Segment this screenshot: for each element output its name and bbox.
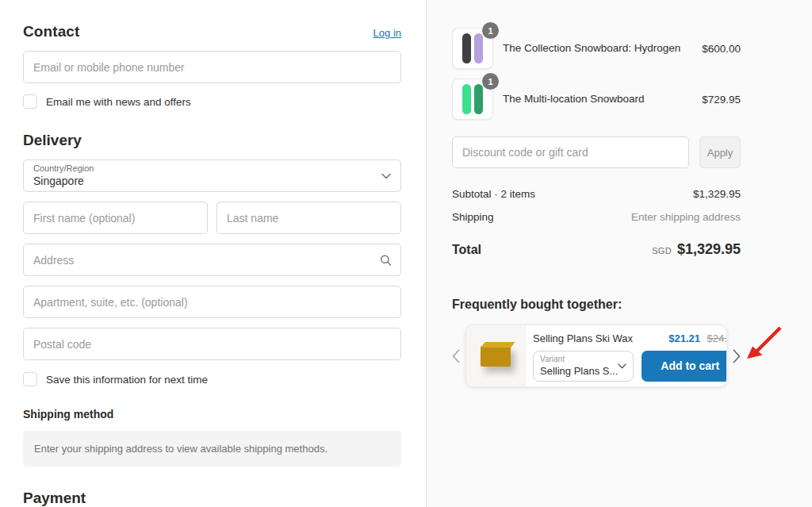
checkout-form-pane: Contact Log in Email me with news and of… xyxy=(0,0,427,507)
order-summary-pane: 1 The Collection Snowboard: Hydrogen $60… xyxy=(427,0,812,507)
variant-select[interactable]: Variant Selling Plans S... xyxy=(533,351,634,382)
subtotal-label: Subtotal · 2 items xyxy=(452,188,535,200)
shipping-method-heading: Shipping method xyxy=(23,408,401,421)
variant-select-label: Variant xyxy=(540,355,618,365)
total-value: $1,329.95 xyxy=(677,241,741,258)
fbt-product-card: Selling Plans Ski Wax $21.21 $24.95 Vari… xyxy=(465,325,727,387)
chevron-right-icon xyxy=(733,349,741,363)
apply-discount-button[interactable]: Apply xyxy=(699,136,741,168)
carousel-next-button[interactable] xyxy=(733,349,741,363)
product-price: $729.95 xyxy=(702,94,741,106)
currency-code: SGD xyxy=(652,246,672,255)
subtotal-value: $1,329.95 xyxy=(693,188,741,200)
save-info-row: Save this information for next time xyxy=(23,372,401,386)
save-info-checkbox[interactable] xyxy=(23,372,37,386)
contact-header: Contact Log in xyxy=(23,23,401,40)
discount-code-input[interactable] xyxy=(452,136,689,168)
chevron-down-icon xyxy=(618,363,626,369)
total-label: Total xyxy=(452,243,481,257)
apartment-field-wrap xyxy=(23,286,401,318)
login-link[interactable]: Log in xyxy=(373,27,401,39)
snowboard-dark-graphic xyxy=(462,33,471,63)
country-select-label: Country/Region xyxy=(33,163,94,175)
variant-select-value: Selling Plans S... xyxy=(540,365,618,378)
checkout-page: Contact Log in Email me with news and of… xyxy=(0,0,812,507)
frequently-bought-together: Frequently bought together: Selling Plan… xyxy=(452,298,741,387)
country-select[interactable]: Country/Region Singapore xyxy=(23,159,401,192)
shipping-value: Enter shipping address xyxy=(631,211,741,223)
delivery-heading: Delivery xyxy=(23,132,401,149)
shipping-method-notice: Enter your shipping address to view avai… xyxy=(23,431,401,467)
save-info-label: Save this information for next time xyxy=(46,374,208,386)
news-offers-row: Email me with news and offers xyxy=(23,94,401,109)
product-price: $600.00 xyxy=(702,43,741,55)
snowboard-purple-graphic xyxy=(474,33,483,63)
address-field[interactable] xyxy=(23,244,401,276)
fbt-carousel: Selling Plans Ski Wax $21.21 $24.95 Vari… xyxy=(452,325,741,387)
fbt-product-name: Selling Plans Ski Wax xyxy=(533,332,633,344)
product-name: The Collection Snowboard: Hydrogen xyxy=(493,41,702,56)
search-icon xyxy=(380,254,392,266)
quantity-badge: 1 xyxy=(482,73,499,90)
postal-code-field-wrap xyxy=(23,328,401,360)
address-field-wrap xyxy=(23,244,401,276)
snowboard-mint-graphic xyxy=(462,84,471,114)
product-thumbnail-multilocation: 1 xyxy=(452,79,493,120)
cart-item: 1 The Collection Snowboard: Hydrogen $60… xyxy=(452,28,741,69)
cart-item: 1 The Multi-location Snowboard $729.95 xyxy=(452,79,741,120)
shipping-row: Shipping Enter shipping address xyxy=(452,211,741,223)
wax-block-graphic xyxy=(481,346,511,367)
total-row: Total SGD $1,329.95 xyxy=(452,241,741,258)
snowboard-green-graphic xyxy=(474,84,483,114)
ski-wax-thumbnail xyxy=(466,325,526,386)
chevron-left-icon xyxy=(452,349,460,363)
news-offers-checkbox[interactable] xyxy=(23,94,37,109)
chevron-down-icon xyxy=(381,173,391,179)
country-select-value: Singapore xyxy=(33,175,94,189)
product-name: The Multi-location Snowboard xyxy=(493,92,702,106)
first-name-field[interactable] xyxy=(23,202,208,234)
last-name-field[interactable] xyxy=(216,202,401,234)
contact-heading: Contact xyxy=(23,23,79,40)
shipping-label: Shipping xyxy=(452,211,494,223)
add-to-cart-button[interactable]: Add to cart xyxy=(642,351,727,382)
fbt-sale-price: $21.21 xyxy=(668,332,700,344)
subtotal-row: Subtotal · 2 items $1,329.95 xyxy=(452,188,741,200)
discount-row: Apply xyxy=(452,136,741,168)
apartment-field[interactable] xyxy=(23,286,401,318)
carousel-prev-button[interactable] xyxy=(452,349,460,363)
annotation-arrow-icon xyxy=(744,323,788,363)
email-input[interactable] xyxy=(23,51,401,83)
quantity-badge: 1 xyxy=(482,22,499,39)
fbt-heading: Frequently bought together: xyxy=(452,298,741,312)
fbt-compare-price: $24.95 xyxy=(707,332,727,344)
name-row xyxy=(23,202,401,234)
postal-code-field[interactable] xyxy=(23,328,401,360)
news-offers-label: Email me with news and offers xyxy=(46,96,191,108)
product-thumbnail-hydrogen: 1 xyxy=(452,28,493,69)
payment-heading: Payment xyxy=(23,490,401,507)
